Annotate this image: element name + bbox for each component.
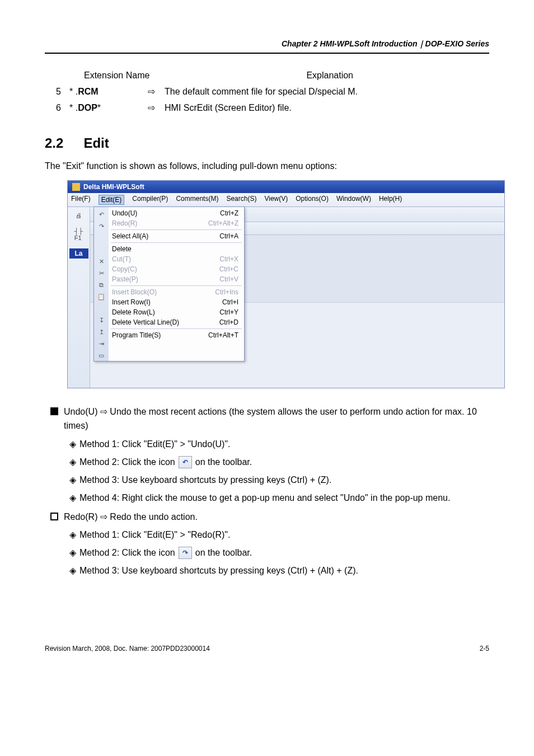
diamond-icon xyxy=(69,438,76,451)
diamond-icon xyxy=(69,564,76,577)
dropdown-item[interactable]: Insert Row(I)Ctrl+I xyxy=(109,297,244,307)
titlebar: Delta HMI-WPLSoft xyxy=(68,181,504,193)
section-number: 2.2 xyxy=(45,135,63,151)
print-icon[interactable]: 🖨 xyxy=(73,210,85,220)
extension-table: Extension Name Explanation 5 * .RCM ⇨ Th… xyxy=(56,71,489,113)
menu-file[interactable]: File(F) xyxy=(71,195,91,205)
redo-method3: Method 3: Use keyboard shortcuts by pres… xyxy=(79,564,358,577)
ext-expl: HMI ScrEdit (Screen Editor) file. xyxy=(165,103,489,113)
dropdown-item-label: Redo(R) xyxy=(112,219,137,227)
col-header-expl: Explanation xyxy=(306,71,353,81)
dropdown-item-label: Undo(U) xyxy=(112,209,137,217)
bullet-square-icon xyxy=(50,407,58,415)
dropdown-item-label: Delete Vertical Line(D) xyxy=(112,318,179,326)
dropdown-item-shortcut: Ctrl+Y xyxy=(219,308,238,316)
blank-icon xyxy=(96,245,106,255)
dropdown-item-shortcut: Ctrl+D xyxy=(219,318,238,326)
redo-toolbar-icon xyxy=(179,547,192,559)
menu-options[interactable]: Options(O) xyxy=(296,195,329,205)
delete-icon: ✕ xyxy=(96,256,106,267)
dropdown-item: Insert Block(O)Ctrl+Ins xyxy=(109,287,244,297)
dropdown-item-shortcut: Ctrl+Ins xyxy=(215,288,238,296)
dropdown-item[interactable]: Undo(U)Ctrl+Z xyxy=(109,208,244,218)
menu-edit[interactable]: Edit(E) xyxy=(99,195,125,205)
dropdown-item[interactable]: Delete Row(L)Ctrl+Y xyxy=(109,307,244,317)
insert-row-icon: ↧ xyxy=(96,315,106,326)
app-title: Delta HMI-WPLSoft xyxy=(83,183,144,191)
dropdown-item-label: Delete Row(L) xyxy=(112,308,155,316)
undo-method2-a: Method 2: Click the icon xyxy=(79,456,175,469)
dropdown-item-label: Delete xyxy=(112,245,132,253)
intro-text: The "Exit" function is shown as follows,… xyxy=(45,161,489,171)
copy-icon: ⧉ xyxy=(96,280,106,290)
blank-icon xyxy=(96,233,106,243)
menu-compiler[interactable]: Compiler(P) xyxy=(132,195,168,205)
undo-method4: Method 4: Right click the mouse to get a… xyxy=(79,491,489,505)
footer-right: 2-5 xyxy=(480,645,489,652)
dropdown-item: Cut(T)Ctrl+X xyxy=(109,254,244,264)
menu-search[interactable]: Search(S) xyxy=(226,195,256,205)
bullet-square-hollow-icon xyxy=(50,513,58,520)
diamond-icon xyxy=(69,456,76,469)
diamond-icon xyxy=(69,473,76,487)
redo-method2-b: on the toolbar. xyxy=(195,546,252,560)
ext-row: 6 * .DOP* ⇨ HMI ScrEdit (Screen Editor) … xyxy=(56,102,489,113)
dropdown-item-shortcut: Ctrl+V xyxy=(219,275,238,283)
delete-vline-icon: ⇥ xyxy=(96,339,106,349)
arrow-icon: ⇨ xyxy=(148,102,165,113)
app-icon xyxy=(72,183,80,191)
dropdown-item: Redo(R)Ctrl+Alt+Z xyxy=(109,218,244,228)
section-title: Edit xyxy=(83,135,109,151)
dropdown-item-shortcut: Ctrl+Alt+T xyxy=(208,331,238,339)
diamond-icon xyxy=(69,546,76,560)
menu-help[interactable]: Help(H) xyxy=(379,195,402,205)
redo-method1: Method 1: Click "Edit(E)" > "Redo(R)". xyxy=(79,528,230,542)
redo-headline: Redo(R) ⇨ Redo the undo action. xyxy=(64,510,489,524)
menu-window[interactable]: Window(W) xyxy=(336,195,371,205)
left-toolbar: 🖨 ┤├F1 La xyxy=(68,207,90,388)
ext-pre: * . xyxy=(69,87,78,96)
dropdown-item-label: Insert Row(I) xyxy=(112,298,151,306)
dropdown-item-label: Cut(T) xyxy=(112,255,131,263)
arrow-icon: ⇨ xyxy=(148,86,165,97)
dropdown-item[interactable]: Delete xyxy=(109,244,244,254)
dropdown-item-shortcut: Ctrl+Alt+Z xyxy=(208,219,238,227)
col-header-name: Extension Name xyxy=(84,71,149,81)
footer-left: Revision March, 2008, Doc. Name: 2007PDD… xyxy=(45,645,210,652)
page-header: Chapter 2 HMI-WPLSoft Introduction｜DOP-E… xyxy=(45,39,489,54)
blank-icon xyxy=(96,303,106,314)
contact-icon[interactable]: ┤├F1 xyxy=(73,229,85,240)
dropdown-item-label: Copy(C) xyxy=(112,265,137,273)
dropdown-separator xyxy=(111,242,242,243)
menu-comments[interactable]: Comments(M) xyxy=(176,195,218,205)
paste-icon: 📋 xyxy=(96,292,106,302)
dropdown-item[interactable]: Select All(A)Ctrl+A xyxy=(109,231,244,241)
menu-view[interactable]: View(V) xyxy=(264,195,288,205)
diamond-icon xyxy=(69,528,76,542)
undo-headline: Undo(U) ⇨ Undo the most recent actions (… xyxy=(64,405,489,433)
dropdown-item-shortcut: Ctrl+C xyxy=(219,265,238,273)
ladder-tab[interactable]: La xyxy=(69,248,88,259)
redo-glyph-icon xyxy=(182,548,188,558)
undo-toolbar-icon xyxy=(179,456,192,468)
dropdown-item-shortcut: Ctrl+Z xyxy=(220,209,238,217)
undo-method2-b: on the toolbar. xyxy=(195,456,252,469)
ext-name-bold: DOP xyxy=(78,103,97,112)
diamond-icon xyxy=(69,491,76,505)
ext-expl: The default comment file for special D/s… xyxy=(165,87,489,97)
dropdown-item-label: Insert Block(O) xyxy=(112,288,157,296)
dropdown-items: Undo(U)Ctrl+ZRedo(R)Ctrl+Alt+ZSelect All… xyxy=(109,207,244,361)
dropdown-item-label: Select All(A) xyxy=(112,232,148,240)
dropdown-item-shortcut: Ctrl+X xyxy=(219,255,238,263)
dropdown-item[interactable]: Program Title(S)Ctrl+Alt+T xyxy=(109,330,244,340)
redo-icon: ↷ xyxy=(96,221,106,232)
undo-glyph-icon xyxy=(182,457,188,467)
ext-idx: 6 xyxy=(56,103,69,113)
dropdown-item[interactable]: Delete Vertical Line(D)Ctrl+D xyxy=(109,317,244,327)
dropdown-item-shortcut: Ctrl+I xyxy=(222,298,238,306)
dropdown-item-shortcut: Ctrl+A xyxy=(219,232,238,240)
app-window: Delta HMI-WPLSoft File(F) Edit(E) Compil… xyxy=(67,180,505,388)
ext-post: * xyxy=(97,103,101,112)
title-icon: ▭ xyxy=(96,350,106,361)
dropdown-icon-strip: ↶ ↷ ✕ ✂ ⧉ 📋 ↧ ↥ ⇥ ▭ xyxy=(94,207,109,361)
